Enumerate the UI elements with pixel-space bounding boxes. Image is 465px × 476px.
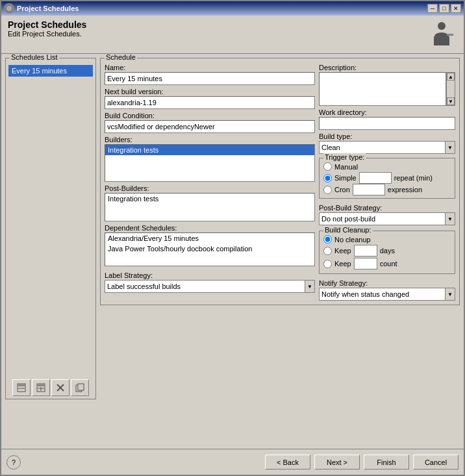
dependent-item-0[interactable]: Alexandria/Every 15 minutes <box>105 233 314 244</box>
schedule-toolbar <box>8 379 93 396</box>
cleanup-no-cleanup-row: No cleanup <box>323 235 451 244</box>
description-area-wrapper: ▲ ▼ <box>319 72 455 106</box>
svg-marker-3 <box>451 33 453 36</box>
cleanup-label: Build Cleanup: <box>323 226 373 234</box>
schedules-panel: Schedules List Every 15 minutes <box>5 58 96 445</box>
trigger-manual-row: Manual <box>323 162 451 171</box>
cleanup-count-input[interactable] <box>354 258 377 269</box>
title-bar-left: Project Schedules <box>4 3 79 14</box>
work-directory-field-group: Work directory: <box>319 108 455 130</box>
cleanup-days-radio[interactable] <box>323 247 332 255</box>
trigger-expression-input[interactable] <box>353 184 385 195</box>
name-input[interactable] <box>105 72 315 85</box>
schedules-group-box: Schedules List Every 15 minutes <box>5 58 96 399</box>
notify-strategy-select[interactable]: Notify when status changed Always Never <box>319 288 455 301</box>
post-build-strategy-field-group: Post-Build Strategy: Do not post-build A… <box>319 204 455 225</box>
build-condition-label: Build Condition: <box>105 112 315 119</box>
page-subtitle: Edit Project Schedules. <box>8 30 86 38</box>
builders-label: Builders: <box>105 136 315 144</box>
build-condition-input[interactable] <box>105 120 315 133</box>
trigger-cron-radio[interactable] <box>323 186 332 194</box>
title-bar-title: Project Schedules <box>17 5 79 12</box>
cancel-button[interactable]: Cancel <box>413 455 459 470</box>
next-build-input[interactable] <box>105 96 315 109</box>
schedule-group: Schedule Name: Next build version: <box>100 58 460 305</box>
builders-list: Integration tests <box>105 144 315 182</box>
scroll-down-button[interactable]: ▼ <box>447 97 455 105</box>
dependent-item-1[interactable]: Java Power Tools/hourly docbook compilat… <box>105 244 314 254</box>
svg-rect-8 <box>38 384 44 386</box>
description-scrollbar: ▲ ▼ <box>446 72 455 106</box>
post-build-strategy-label: Post-Build Strategy: <box>319 204 455 212</box>
post-builders-list: Integration tests <box>105 193 315 221</box>
post-build-strategy-select[interactable]: Do not post-build Always On success <box>319 212 455 225</box>
window-header: Project Schedules Edit Project Schedules… <box>1 16 464 54</box>
work-directory-label: Work directory: <box>319 108 455 116</box>
content-area: Schedules List Every 15 minutes <box>1 54 464 449</box>
trigger-manual-radio[interactable] <box>323 162 332 171</box>
schedules-list: Every 15 minutes <box>8 65 93 377</box>
cleanup-none-radio[interactable] <box>323 235 332 244</box>
description-textarea[interactable] <box>319 72 446 106</box>
schedule-inner: Name: Next build version: Build Conditio… <box>105 64 455 301</box>
copy-schedule-button[interactable] <box>71 379 89 396</box>
svg-rect-5 <box>18 384 25 386</box>
trigger-type-label: Trigger type: <box>323 153 366 161</box>
trigger-simple-radio[interactable] <box>323 174 332 182</box>
close-button[interactable]: ✕ <box>451 4 461 13</box>
trigger-group: Trigger type: Manual Simple repeat (min) <box>319 158 455 199</box>
minimize-button[interactable]: ─ <box>427 4 438 13</box>
build-type-field-group: Build type: Clean Incremental Full ▼ <box>319 132 455 154</box>
build-type-label: Build type: <box>319 132 455 140</box>
title-bar-controls: ─ □ ✕ <box>427 4 461 13</box>
cleanup-count-radio[interactable] <box>323 260 332 268</box>
scroll-track <box>447 81 454 97</box>
trigger-manual-label: Manual <box>334 163 358 171</box>
svg-rect-14 <box>78 384 84 390</box>
next-build-label: Next build version: <box>105 88 315 95</box>
schedule-panel: Schedule Name: Next build version: <box>100 58 460 445</box>
footer-left: ? <box>6 455 261 470</box>
trigger-repeat-input[interactable] <box>359 172 392 184</box>
build-type-select-wrapper: Clean Incremental Full ▼ <box>319 141 455 154</box>
build-type-select[interactable]: Clean Incremental Full <box>319 141 455 154</box>
name-field-group: Name: <box>105 64 315 85</box>
builders-field-group: Builders: Integration tests <box>105 136 315 182</box>
next-button[interactable]: Next > <box>314 455 360 470</box>
footer-buttons: ? < Back Next > Finish Cancel <box>1 449 464 475</box>
window-icon <box>4 3 14 14</box>
maximize-button[interactable]: □ <box>439 4 449 13</box>
name-label: Name: <box>105 64 315 71</box>
cleanup-count-label: count <box>380 260 397 268</box>
cleanup-days-row: Keep days <box>323 245 451 257</box>
delete-schedule-button[interactable] <box>51 379 69 396</box>
schedule-group-title: Schedule <box>105 54 137 61</box>
cleanup-days-label: days <box>380 247 395 255</box>
post-builders-item[interactable]: Integration tests <box>105 194 314 204</box>
right-column: Description: ▲ ▼ <box>319 64 455 301</box>
scroll-up-button[interactable]: ▲ <box>447 73 455 81</box>
label-strategy-select[interactable]: Label successful builds Always Never <box>105 280 315 293</box>
build-condition-field-group: Build Condition: <box>105 112 315 133</box>
builders-item[interactable]: Integration tests <box>105 145 314 155</box>
trigger-cron-row: Cron expression <box>323 184 451 195</box>
post-builders-field-group: Post-Builders: Integration tests <box>105 184 315 221</box>
edit-schedule-button[interactable] <box>32 379 50 396</box>
trigger-expression-label: expression <box>388 186 422 194</box>
finish-button[interactable]: Finish <box>364 455 409 470</box>
work-directory-input[interactable] <box>319 117 455 130</box>
label-strategy-field-group: Label Strategy: Label successful builds … <box>105 271 315 293</box>
help-button[interactable]: ? <box>6 455 21 470</box>
back-button[interactable]: < Back <box>265 455 310 470</box>
title-bar: Project Schedules ─ □ ✕ <box>1 1 464 16</box>
dependent-field-group: Dependent Schedules: Alexandria/Every 15… <box>105 224 315 266</box>
cleanup-days-input[interactable] <box>354 245 377 257</box>
main-window: Project Schedules ─ □ ✕ Project Schedule… <box>0 0 465 476</box>
add-schedule-button[interactable] <box>12 379 31 396</box>
cleanup-group: Build Cleanup: No cleanup Keep days <box>319 231 455 274</box>
notify-strategy-select-wrapper: Notify when status changed Always Never … <box>319 288 455 301</box>
schedule-item[interactable]: Every 15 minutes <box>8 65 93 77</box>
dependent-list: Alexandria/Every 15 minutes Java Power T… <box>105 232 315 266</box>
trigger-simple-row: Simple repeat (min) <box>323 172 451 184</box>
notify-strategy-field-group: Notify Strategy: Notify when status chan… <box>319 279 455 301</box>
